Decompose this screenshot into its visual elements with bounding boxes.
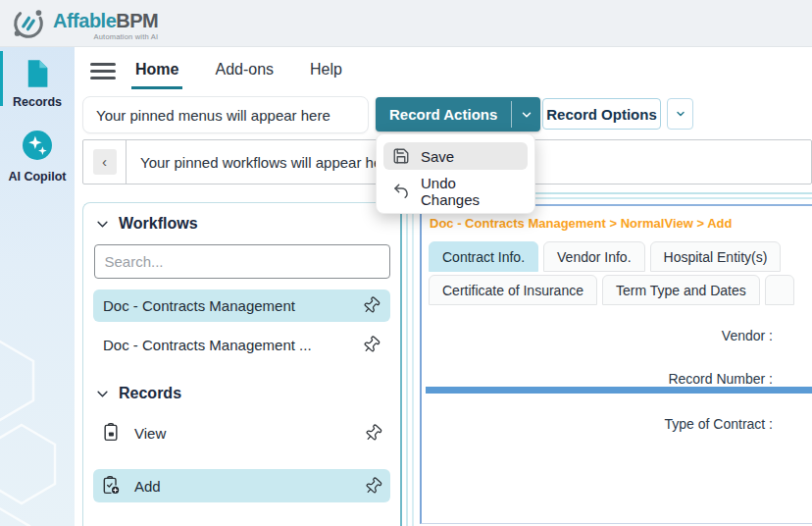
form-tabs-row-2: Certificate of Insurance Term Type and D… — [429, 275, 794, 305]
tab-hospital-entities[interactable]: Hospital Entity(s) — [650, 241, 782, 272]
form-tabs-row-1: Contract Info. Vendor Info. Hospital Ent… — [429, 241, 781, 272]
workflow-search-input[interactable] — [94, 244, 390, 279]
workflows-panel: Workflows Doc - Contracts Management Doc… — [82, 202, 402, 526]
nav-tab-help[interactable]: Help — [306, 59, 346, 89]
top-header: AffableBPM Automation with AI — [0, 0, 812, 47]
workflow-item-doc-contracts-management-2[interactable]: Doc - Contracts Management ... — [93, 329, 390, 361]
panel-splitter[interactable] — [406, 202, 408, 526]
logo-text: AffableBPM Automation with AI — [53, 10, 158, 41]
menu-item-save[interactable]: Save — [383, 142, 528, 170]
brand-primary: Affable — [53, 10, 116, 31]
records-section-title: Records — [119, 385, 181, 402]
save-floppy-icon — [392, 147, 410, 165]
pinned-menus-placeholder: Your pinned menus will appear here — [96, 107, 330, 124]
tab-clipped[interactable] — [765, 275, 794, 305]
record-form-panel: Doc - Contracts Management > NormalView … — [420, 204, 812, 524]
brand-secondary: BPM — [116, 10, 158, 31]
logo-icon — [10, 5, 47, 46]
pinned-workflows-scroll-cell: ‹ — [83, 140, 127, 184]
menu-item-label: Save — [421, 148, 454, 165]
undo-arrow-icon — [392, 183, 410, 200]
record-actions-dropdown-menu: Save Undo Changes — [376, 133, 535, 214]
ai-copilot-sparkles-icon — [20, 128, 55, 167]
tab-vendor-info[interactable]: Vendor Info. — [543, 241, 645, 272]
clipboard-view-icon — [101, 422, 121, 445]
scroll-left-chevron-button[interactable]: ‹ — [93, 149, 117, 175]
app-window: AffableBPM Automation with AI Records — [0, 0, 812, 526]
workflow-item-label: Doc - Contracts Management ... — [103, 337, 362, 353]
tab-certificate-of-insurance[interactable]: Certificate of Insurance — [429, 275, 597, 305]
nav-tab-home[interactable]: Home — [131, 59, 182, 89]
tab-term-type-and-dates[interactable]: Term Type and Dates — [602, 275, 760, 305]
nav-tab-add-ons[interactable]: Add-ons — [211, 59, 278, 89]
pin-icon[interactable] — [358, 292, 384, 319]
brand-tagline: Automation with AI — [53, 32, 158, 41]
main-area: Home Add-ons Help Your pinned menus will… — [75, 47, 812, 526]
record-item-add[interactable]: Add — [93, 469, 390, 502]
pinned-workflows-placeholder: Your pinned workflows will appear here — [127, 140, 395, 184]
record-options-chevron-down-button[interactable] — [667, 98, 693, 130]
hamburger-menu-icon[interactable] — [90, 63, 116, 79]
chevron-down-icon — [95, 387, 110, 401]
record-options-button[interactable]: Record Options — [542, 98, 661, 130]
tab-contract-info[interactable]: Contract Info. — [429, 241, 538, 272]
pin-icon[interactable] — [360, 420, 386, 447]
chevron-down-icon — [95, 217, 110, 232]
record-item-label: View — [134, 425, 350, 442]
menu-item-label: Undo Changes — [421, 175, 519, 208]
pinned-menus-bar: Your pinned menus will appear here — [82, 96, 369, 133]
record-item-view[interactable]: View — [93, 416, 390, 449]
app-logo: AffableBPM Automation with AI — [10, 5, 158, 46]
menu-item-undo-changes[interactable]: Undo Changes — [383, 178, 528, 205]
record-actions-button[interactable]: Record Actions — [376, 97, 540, 132]
panel-splitter — [412, 202, 414, 526]
workflow-item-label: Doc - Contracts Management — [103, 297, 362, 314]
record-actions-label: Record Actions — [376, 97, 511, 132]
pin-icon[interactable] — [358, 332, 384, 358]
sidebar-item-records[interactable]: Records — [0, 47, 75, 108]
pin-icon[interactable] — [360, 473, 386, 500]
sidebar-ai-copilot-label: AI Copilot — [8, 170, 66, 184]
sidebar-item-ai-copilot[interactable]: AI Copilot — [0, 122, 75, 184]
chevron-down-icon — [675, 108, 686, 120]
type-of-contract-field-label: Type of Contract : — [422, 416, 773, 432]
workflow-item-doc-contracts-management[interactable]: Doc - Contracts Management — [93, 289, 390, 322]
records-document-icon — [24, 59, 51, 92]
vendor-field-label: Vendor : — [422, 328, 773, 343]
clipboard-add-icon — [101, 475, 121, 498]
workflows-section-header[interactable]: Workflows — [83, 213, 400, 240]
records-section-header[interactable]: Records — [83, 383, 400, 410]
record-options-label: Record Options — [546, 106, 657, 123]
record-actions-chevron-down-icon[interactable] — [512, 97, 540, 132]
record-number-field-bar[interactable] — [426, 387, 812, 394]
breadcrumb: Doc - Contracts Management > NormalView … — [430, 216, 732, 231]
record-item-label: Add — [134, 478, 350, 495]
top-nav: Home Add-ons Help — [131, 59, 346, 89]
workflows-section-title: Workflows — [119, 215, 198, 233]
left-rail: Records AI Copilot — [0, 47, 75, 526]
sidebar-records-label: Records — [13, 95, 62, 109]
record-number-field-label: Record Number : — [422, 371, 773, 387]
